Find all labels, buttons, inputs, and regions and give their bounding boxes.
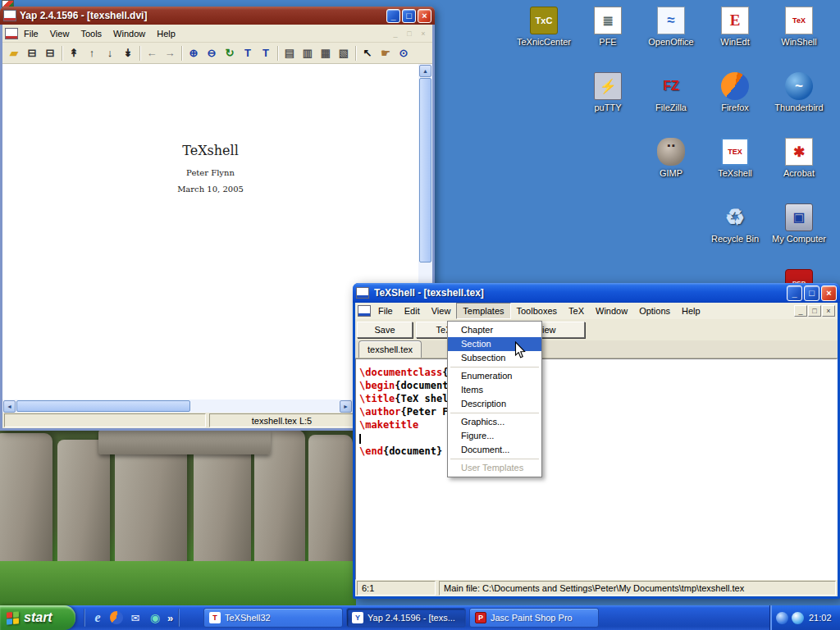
texshell-close-button[interactable]: × <box>821 285 837 301</box>
templates-menu-item-document[interactable]: Document... <box>448 443 541 457</box>
font-large-button[interactable]: T <box>257 44 275 62</box>
templates-menu-item-subsection[interactable]: Subsection <box>448 351 541 365</box>
open-button[interactable]: ▰ <box>5 44 23 62</box>
desktop-icon-firefox[interactable]: Firefox <box>703 72 767 112</box>
yap-titlebar[interactable]: Yap 2.4.1596 - [texshell.dvi] _ □ × <box>0 7 435 25</box>
desktop-icon-mycomputer[interactable]: ▣My Computer <box>767 203 831 244</box>
texshell-editor[interactable]: \documentclass{\begin{document}\title{Te… <box>355 358 838 580</box>
desktop-icon-texniccenter[interactable]: TxCTeXnicCenter <box>512 7 576 47</box>
yap-minimize-button[interactable]: _ <box>386 9 400 23</box>
desktop-icon-recyclebin[interactable]: ♻Recycle Bin <box>703 203 767 244</box>
templates-menu-item-graphics[interactable]: Graphics... <box>448 415 541 429</box>
taskbar-button-texshell[interactable]: TTeXShell32 <box>203 608 343 628</box>
yap-window-title: Yap 2.4.1596 - [texshell.dvi] <box>20 10 383 21</box>
tex-command: \title <box>359 393 395 404</box>
network-icon[interactable] <box>776 612 788 624</box>
last-page-button[interactable]: ↡ <box>119 44 137 62</box>
first-page-button[interactable]: ↟ <box>65 44 83 62</box>
font-small-button[interactable]: T <box>239 44 257 62</box>
texshell-mdi-restore-button[interactable]: □ <box>808 305 821 317</box>
view-continuous-button[interactable]: ▥ <box>299 44 317 62</box>
openoffice-icon: ≈ <box>657 7 685 34</box>
next-page-button[interactable]: ↓ <box>101 44 119 62</box>
desktop-icon-texshell[interactable]: TEXTeXshell <box>703 138 767 178</box>
view-thumbs-button[interactable]: ▧ <box>335 44 353 62</box>
taskbar-button-yap[interactable]: YYap 2.4.1596 - [texs... <box>346 608 466 628</box>
texshell-minimize-button[interactable]: _ <box>787 285 802 301</box>
tex-command: \end <box>359 445 383 457</box>
print-range-button[interactable]: ⊟ <box>41 44 59 62</box>
desktop-icon-acrobat[interactable]: ✱Acrobat <box>767 138 831 178</box>
texshell-mdi-close-button[interactable]: × <box>822 305 835 317</box>
templates-menu-item-chapter[interactable]: Chapter <box>448 323 541 337</box>
templates-menu-item-section[interactable]: Section <box>448 337 541 351</box>
prev-page-button[interactable]: ↑ <box>83 44 101 62</box>
yap-menu-help[interactable]: Help <box>151 25 181 42</box>
tab-texshell-tex[interactable]: texshell.tex <box>358 340 422 358</box>
view-double-button[interactable]: ▦ <box>317 44 335 62</box>
code-line <box>359 431 837 445</box>
view-page-button[interactable]: ▤ <box>281 44 299 62</box>
desktop-icon-openoffice[interactable]: ≈OpenOffice <box>639 7 703 47</box>
dvi-page: TeXshell Peter Flynn March 10, 2005 <box>2 64 418 194</box>
desktop-icon-putty[interactable]: ⚡puTTY <box>576 72 640 112</box>
templates-menu-item-items[interactable]: Items <box>448 383 541 397</box>
desktop-icon-thunderbird[interactable]: ~Thunderbird <box>767 72 831 112</box>
texshell-menu-options[interactable]: Options <box>633 303 676 319</box>
texshell-menu-file[interactable]: File <box>372 303 399 319</box>
back-button[interactable]: ← <box>143 44 161 62</box>
taskbar-clock: 21:02 <box>809 613 832 623</box>
texshell-menu-view[interactable]: View <box>426 303 457 319</box>
tex-command: \author <box>359 406 401 418</box>
yap-toolbar: ▰⊟⊟↟↑↓↡←→⊕⊖↻TT▤▥▦▧↖☛⊙ <box>2 43 432 64</box>
texshell-menu-edit[interactable]: Edit <box>399 303 426 319</box>
texshell-menu-templates[interactable]: Templates <box>456 303 510 319</box>
tex-argument: {document} <box>395 380 454 391</box>
refresh-button[interactable]: ↻ <box>221 44 239 62</box>
horizontal-scrollbar[interactable]: ◄ ► <box>2 399 353 413</box>
save-button[interactable]: Save <box>357 322 413 338</box>
scroll-left-icon[interactable]: ◄ <box>3 400 16 413</box>
desktop-icon-gimp[interactable]: ¨GIMP <box>639 138 703 178</box>
yap-close-button[interactable]: × <box>418 9 431 23</box>
templates-menu-item-description[interactable]: Description <box>448 397 541 411</box>
messenger-icon[interactable] <box>792 612 804 624</box>
desktop-icon-label: Recycle Bin <box>711 234 759 244</box>
last-page-icon: ↡ <box>124 48 133 58</box>
templates-menu-item-figure[interactable]: Figure... <box>448 429 541 443</box>
desktop-icon-winedt[interactable]: EWinEdt <box>703 7 767 47</box>
vertical-scroll-thumb[interactable] <box>419 78 431 262</box>
forward-button[interactable]: → <box>161 44 179 62</box>
dvi-document-date: March 10, 2005 <box>2 185 418 194</box>
templates-menu-item-enumeration[interactable]: Enumeration <box>448 369 541 383</box>
texshell-task-icon: T <box>209 612 221 623</box>
texshell-titlebar[interactable]: TeXShell - [texshell.tex] _ □ × <box>353 283 840 303</box>
texshell-mdi-minimize-button[interactable]: _ <box>794 305 807 317</box>
scroll-up-icon[interactable]: ▲ <box>419 65 431 77</box>
magnify-tool-button[interactable]: ⊙ <box>395 44 413 62</box>
texshell-document-icon <box>358 305 371 317</box>
texshell-menu-tex[interactable]: TeX <box>563 303 590 319</box>
yap-menu-file[interactable]: File <box>18 25 44 42</box>
yap-maximize-button[interactable]: □ <box>402 9 416 23</box>
yap-menu-tools[interactable]: Tools <box>75 25 107 42</box>
taskbar-button-psp[interactable]: PJasc Paint Shop Pro <box>469 608 599 628</box>
desktop-icon-winshell[interactable]: TeXWinShell <box>767 7 831 47</box>
select-tool-button[interactable]: ↖ <box>358 44 377 62</box>
desktop-icon-pfe[interactable]: ≣PFE <box>576 7 640 47</box>
desktop-icon-filezilla[interactable]: FZFileZilla <box>639 72 703 112</box>
print-button[interactable]: ⊟ <box>23 44 41 62</box>
dvi-document-title: TeXshell <box>2 143 418 158</box>
zoom-in-button[interactable]: ⊕ <box>185 44 203 62</box>
zoom-out-button[interactable]: ⊖ <box>203 44 221 62</box>
texshell-maximize-button[interactable]: □ <box>804 285 819 301</box>
texshell-menu-toolboxes[interactable]: Toolboxes <box>511 303 564 319</box>
yap-menu-window[interactable]: Window <box>107 25 151 42</box>
texshell-menu-window[interactable]: Window <box>590 303 633 319</box>
hand-tool-button[interactable]: ☛ <box>377 44 395 62</box>
texshell-menu-help[interactable]: Help <box>676 303 706 319</box>
filezilla-icon: FZ <box>657 72 685 100</box>
scroll-right-icon[interactable]: ► <box>340 400 352 413</box>
horizontal-scroll-thumb[interactable] <box>16 400 190 412</box>
yap-menu-view[interactable]: View <box>44 25 75 42</box>
